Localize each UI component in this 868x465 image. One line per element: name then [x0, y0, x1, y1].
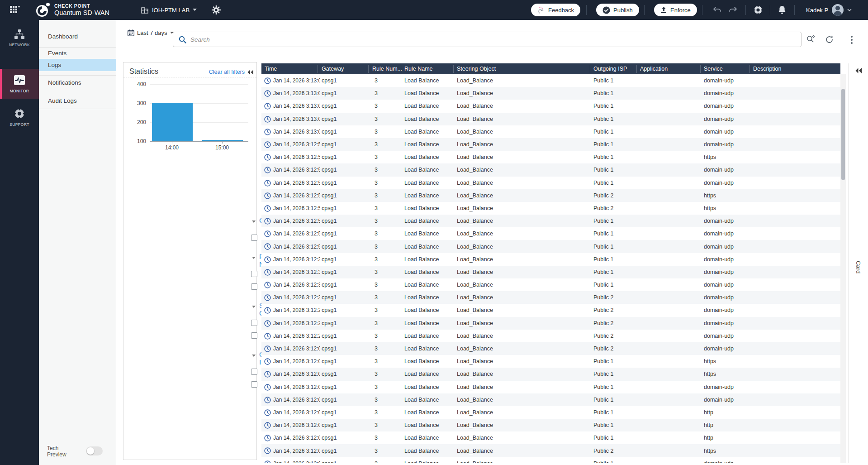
user-menu[interactable]: Kadek P [806, 0, 852, 20]
column-separator[interactable] [318, 65, 318, 73]
col-header-service[interactable]: Service [704, 63, 723, 74]
gear-icon[interactable] [212, 0, 221, 20]
section-collapse-icon[interactable] [252, 257, 256, 259]
log-row[interactable]: Jan 14, 2026 3:12:04... cpsg1 3 Load Bal… [261, 431, 840, 444]
log-row[interactable]: Jan 14, 2026 3:12:28... cpsg1 3 Load Bal… [261, 317, 840, 330]
log-row[interactable]: Jan 14, 2026 3:12:05... cpsg1 3 Load Bal… [261, 368, 840, 380]
clear-all-filters-link[interactable]: Clear all filters [209, 69, 245, 75]
section-collapse-icon[interactable] [252, 355, 256, 357]
checkbox[interactable] [251, 271, 257, 277]
expand-card-panel-icon[interactable] [855, 67, 862, 75]
col-header-steering[interactable]: Steering Object [457, 63, 496, 74]
log-row[interactable]: Jan 14, 2026 3:12:59... cpsg1 3 Load Bal… [261, 177, 840, 189]
section-collapse-icon[interactable] [252, 306, 256, 308]
column-separator[interactable] [700, 65, 701, 73]
log-row[interactable]: Jan 14, 2026 3:12:59... cpsg1 3 Load Bal… [261, 202, 840, 215]
log-row[interactable]: Jan 14, 2026 3:13:05... cpsg1 3 Load Bal… [261, 125, 840, 138]
log-row[interactable]: Jan 14, 2026 3:12:30... cpsg1 3 Load Bal… [261, 278, 840, 291]
log-row[interactable]: Jan 14, 2026 3:12:59... cpsg1 3 Load Bal… [261, 163, 840, 176]
time-range-selector[interactable]: Last 7 days [128, 28, 174, 37]
publish-button[interactable]: Publish [596, 4, 639, 16]
nav-label: Notifications [48, 79, 81, 86]
collapse-statistics-icon[interactable] [247, 68, 254, 77]
rail-item-monitor[interactable]: MONITOR [0, 69, 39, 99]
column-separator[interactable] [749, 65, 750, 73]
log-row[interactable]: Jan 14, 2026 3:13:06... cpsg1 3 Load Bal… [261, 100, 840, 112]
log-row[interactable]: Jan 14, 2026 3:12:30... cpsg1 3 Load Bal… [261, 291, 840, 304]
rail-item-support[interactable]: SUPPORT [0, 104, 39, 130]
column-separator[interactable] [636, 65, 637, 73]
feedback-button[interactable]: Feedback [531, 4, 580, 16]
undo-icon[interactable] [713, 0, 722, 20]
search-input[interactable] [190, 36, 801, 43]
log-row[interactable]: Jan 14, 2026 3:12:04... cpsg1 3 Load Bal… [261, 457, 840, 463]
nav-item-dashboard[interactable]: Dashboard [39, 25, 116, 47]
nav-item-notifications[interactable]: Notifications [39, 75, 116, 90]
log-row[interactable]: Jan 14, 2026 3:12:04... cpsg1 3 Load Bal… [261, 419, 840, 431]
cell-gateway: cpsg1 [322, 215, 370, 227]
section-collapse-icon[interactable] [252, 221, 256, 223]
log-row[interactable]: Jan 14, 2026 3:12:59... cpsg1 3 Load Bal… [261, 240, 840, 253]
advanced-search-icon[interactable] [806, 35, 815, 45]
log-row[interactable]: Jan 14, 2026 3:12:29... cpsg1 3 Load Bal… [261, 304, 840, 316]
col-header-rule-number[interactable]: Rule Num... [372, 63, 402, 74]
log-row[interactable]: Jan 14, 2026 3:12:59... cpsg1 3 Load Bal… [261, 138, 840, 151]
nav-item-logs[interactable]: Logs [39, 59, 116, 71]
column-separator[interactable] [368, 65, 369, 73]
checkbox[interactable] [251, 320, 257, 326]
redo-icon[interactable] [728, 0, 737, 20]
nav-item-audit-logs[interactable]: Audit Logs [39, 93, 116, 108]
support-icon [14, 108, 25, 119]
kebab-menu-icon[interactable] [850, 35, 853, 46]
bell-icon[interactable] [778, 0, 786, 20]
enforce-button[interactable]: Enforce [654, 4, 697, 16]
checkbox[interactable] [251, 332, 257, 339]
checkbox[interactable] [251, 235, 257, 241]
col-header-rule-name[interactable]: Rule Name [404, 63, 433, 74]
checkbox[interactable] [251, 369, 257, 375]
col-header-outgoing-isp[interactable]: Outgoing ISP [593, 63, 627, 74]
cell-service: http [704, 419, 750, 431]
log-row[interactable]: Jan 14, 2026 3:13:06... cpsg1 3 Load Bal… [261, 87, 840, 100]
log-row[interactable]: Jan 14, 2026 3:12:30... cpsg1 3 Load Bal… [261, 253, 840, 266]
log-row[interactable]: Jan 14, 2026 3:12:59... cpsg1 3 Load Bal… [261, 227, 840, 240]
rail-item-network[interactable]: NETWORK [0, 26, 39, 50]
clock-icon [264, 282, 271, 290]
log-row[interactable]: Jan 14, 2026 3:12:28... cpsg1 3 Load Bal… [261, 330, 840, 342]
log-row[interactable]: Jan 14, 2026 3:13:06... cpsg1 3 Load Bal… [261, 74, 840, 87]
checkbox[interactable] [251, 283, 257, 290]
log-row[interactable]: Jan 14, 2026 3:13:06... cpsg1 3 Load Bal… [261, 113, 840, 125]
column-separator[interactable] [453, 65, 454, 73]
cell-outgoing-isp: Public 2 [593, 342, 638, 355]
log-row[interactable]: Jan 14, 2026 3:12:04... cpsg1 3 Load Bal… [261, 406, 840, 419]
table-scrollbar[interactable] [840, 74, 846, 463]
log-row[interactable]: Jan 14, 2026 3:12:59... cpsg1 3 Load Bal… [261, 151, 840, 163]
log-row[interactable]: Jan 14, 2026 3:12:59... cpsg1 3 Load Bal… [261, 215, 840, 227]
tech-preview-toggle[interactable] [86, 446, 103, 455]
rail-label-network: NETWORK [9, 43, 30, 47]
col-header-description[interactable]: Description [753, 63, 782, 74]
log-row[interactable]: Jan 14, 2026 3:12:08... cpsg1 3 Load Bal… [261, 342, 840, 355]
x-axis-line [150, 141, 248, 142]
col-header-application[interactable]: Application [640, 63, 668, 74]
log-row[interactable]: Jan 14, 2026 3:12:05... cpsg1 3 Load Bal… [261, 355, 840, 368]
log-row[interactable]: Jan 14, 2026 3:12:05... cpsg1 3 Load Bal… [261, 393, 840, 406]
app-grid-icon[interactable] [10, 0, 20, 20]
col-header-time[interactable]: Time [265, 63, 277, 74]
log-row[interactable]: Jan 14, 2026 3:12:04... cpsg1 3 Load Bal… [261, 444, 840, 457]
log-row[interactable]: Jan 14, 2026 3:12:05... cpsg1 3 Load Bal… [261, 381, 840, 393]
nav-item-events[interactable]: Events [39, 47, 116, 59]
refresh-icon[interactable] [825, 35, 834, 46]
tenant-selector[interactable]: IOH-PTM LAB [141, 0, 197, 20]
scrollbar-thumb[interactable] [841, 89, 845, 180]
column-separator[interactable] [401, 65, 401, 73]
cell-rule-name: Load Balance [404, 87, 454, 100]
column-separator[interactable] [590, 65, 590, 73]
checkbox[interactable] [251, 381, 257, 388]
log-row[interactable]: Jan 14, 2026 3:12:30... cpsg1 3 Load Bal… [261, 266, 840, 278]
col-header-gateway[interactable]: Gateway [322, 63, 344, 74]
help-icon[interactable] [754, 0, 763, 20]
cell-rule-number: 3 [375, 342, 397, 355]
log-row[interactable]: Jan 14, 2026 3:12:59... cpsg1 3 Load Bal… [261, 189, 840, 202]
cell-rule-number: 3 [375, 266, 397, 278]
